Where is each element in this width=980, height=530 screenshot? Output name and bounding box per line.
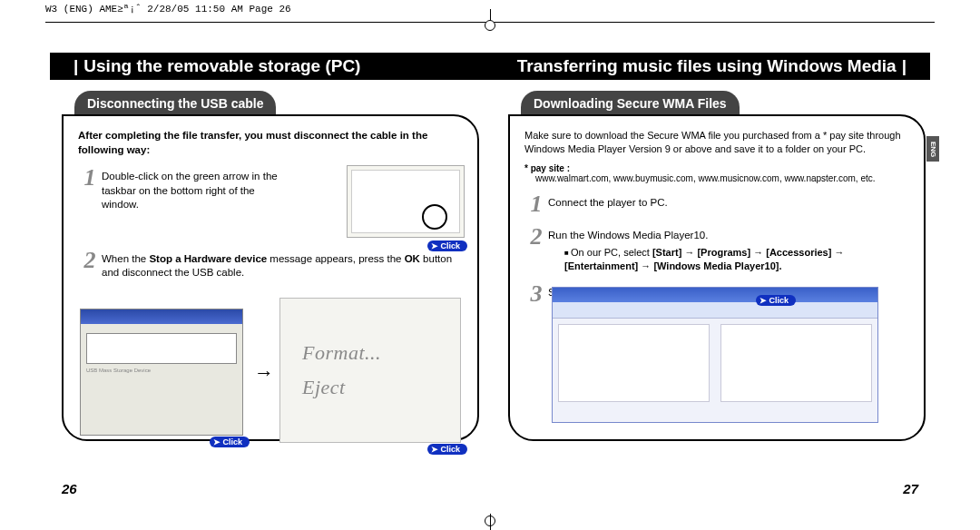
t: OK <box>405 253 420 264</box>
step-sub: On our PC, select [Start] → [Programs] →… <box>564 246 909 273</box>
t: When the <box>102 253 149 264</box>
intro-text: Make sure to download the Secure WMA fil… <box>524 129 909 156</box>
title-right-text: Transferring music files using Windows M… <box>517 56 897 75</box>
step-text: When the Stop a Hardware device message … <box>102 249 463 280</box>
page-number-left: 26 <box>62 481 77 496</box>
right-page: Downloading Secure WMA Files Make sure t… <box>508 91 926 441</box>
t: * pay site : <box>524 163 570 173</box>
page-number-right: 27 <box>903 481 918 496</box>
crop-mark <box>485 515 495 526</box>
menu-item-eject: Eject <box>302 376 460 399</box>
menu-item-format: Format... <box>302 341 460 365</box>
arrow-right-icon: → <box>254 361 274 385</box>
paysite-list: www.walmart.com, www.buymusic.com, www.m… <box>524 173 876 183</box>
figure-safely-remove: USB Mass Storage Device Click <box>80 309 243 436</box>
content-box-right: Make sure to download the Secure WMA fil… <box>508 114 926 441</box>
step-number: 1 <box>524 192 548 216</box>
step-number: 2 <box>524 225 548 249</box>
page-title-right: Transferring music files using Windows M… <box>517 56 912 76</box>
click-badge: Click <box>210 437 250 447</box>
step-number: 3 <box>524 282 548 306</box>
step-text: Connect the player to PC. <box>548 192 909 211</box>
step-number: 1 <box>78 166 102 190</box>
t: On our PC, select <box>571 247 652 258</box>
header-bar: |Using the removable storage (PC) Transf… <box>50 53 930 80</box>
step-1: 1 Connect the player to PC. <box>524 192 909 216</box>
t: message appears, press the <box>267 253 405 264</box>
title-left-text: Using the removable storage (PC) <box>83 56 360 75</box>
figure-tray-icon: Click <box>347 165 465 238</box>
print-header: W3 (ENG) AME≥ª¡ˆ 2/28/05 11:50 AM Page 2… <box>45 4 291 15</box>
crop-mark <box>485 20 495 31</box>
click-badge: Click <box>427 240 467 251</box>
language-tab: ENG <box>926 136 939 162</box>
figure-wmp-window: Click <box>552 287 878 423</box>
step-2: 2 When the Stop a Hardware device messag… <box>78 249 463 280</box>
highlight-circle-icon <box>422 204 447 230</box>
t: Stop a Hardware device <box>149 253 267 264</box>
section-heading-left: Disconnecting the USB cable <box>74 91 276 116</box>
step-text: Double-click on the green arrow in the t… <box>102 166 292 212</box>
t: Run the Windows Media Player10. <box>548 230 708 240</box>
step-number: 2 <box>78 249 102 272</box>
intro-text: After completing the file transfer, you … <box>78 129 463 157</box>
step-text: Run the Windows Media Player10. On our P… <box>548 225 909 273</box>
paysite-label: * pay site : www.walmart.com, www.buymus… <box>524 163 909 183</box>
left-page: Disconnecting the USB cable After comple… <box>62 91 479 441</box>
click-badge: Click <box>427 444 467 455</box>
figure-context-menu: Format... Eject Click <box>279 298 461 443</box>
section-heading-right: Downloading Secure WMA Files <box>521 91 740 116</box>
click-badge: Click <box>756 295 796 306</box>
page-title-left: |Using the removable storage (PC) <box>50 56 360 76</box>
content-box-left: After completing the file transfer, you … <box>62 114 479 441</box>
step-2: 2 Run the Windows Media Player10. On our… <box>524 225 909 273</box>
